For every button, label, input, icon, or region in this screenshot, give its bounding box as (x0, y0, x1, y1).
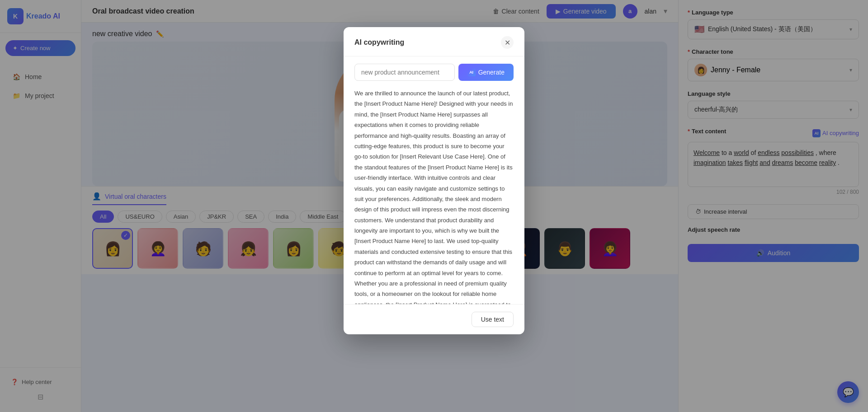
modal-ai-icon: AI (467, 68, 476, 76)
modal-topic-input[interactable] (354, 64, 455, 81)
modal-generate-button[interactable]: AI Generate (458, 64, 514, 81)
modal-title: AI copywriting (354, 38, 404, 47)
ai-copywriting-modal: AI copywriting ✕ AI Generate We are thri… (344, 27, 524, 334)
modal-body: We are thrilled to announce the launch o… (344, 88, 524, 304)
modal-footer: Use text (344, 304, 524, 334)
modal-close-button[interactable]: ✕ (501, 36, 514, 49)
modal-overlay[interactable]: AI copywriting ✕ AI Generate We are thri… (0, 0, 868, 412)
use-text-button[interactable]: Use text (472, 312, 514, 327)
modal-header: AI copywriting ✕ (344, 27, 524, 56)
modal-input-row: AI Generate (344, 56, 524, 88)
generated-text: We are thrilled to announce the launch o… (354, 88, 514, 304)
